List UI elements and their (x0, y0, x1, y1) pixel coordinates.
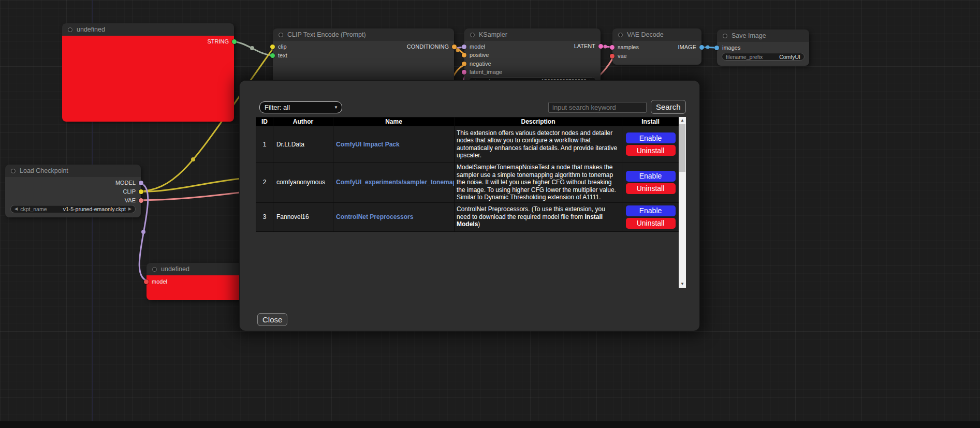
enable-button[interactable]: Enable (626, 132, 676, 143)
filter-select[interactable]: Filter: all (259, 101, 342, 113)
port-dot-icon[interactable] (462, 53, 466, 57)
custom-nodes-manager-dialog: Filter: all ▼ Search ID Author Name Desc… (239, 80, 700, 331)
scrollbar-down-icon[interactable]: ▼ (679, 281, 686, 288)
port-dot-icon[interactable] (462, 62, 466, 66)
port-dot-icon[interactable] (270, 45, 275, 49)
port-label: VAE (125, 197, 136, 203)
decrement-arrow-icon[interactable]: ◀ (14, 207, 18, 211)
table-scrollbar[interactable]: ▲ ▼ (679, 117, 686, 288)
header-name: Name (333, 117, 455, 126)
port-label: model (470, 43, 485, 50)
collapse-dot-icon[interactable] (68, 27, 72, 32)
extension-link[interactable]: ComfyUI Impact Pack (336, 141, 400, 148)
collapse-dot-icon[interactable] (152, 267, 157, 272)
node-vae-decode[interactable]: VAE Decode samples vae IMAGE (612, 28, 701, 65)
cell-description: ModelSamplerTonemapNoiseTest a node that… (455, 163, 622, 203)
node-ksampler[interactable]: KSampler model positive negative latent_… (464, 28, 601, 88)
port-dot-icon[interactable] (270, 53, 275, 58)
collapse-dot-icon[interactable] (470, 33, 475, 37)
uninstall-button[interactable]: Uninstall (626, 183, 676, 194)
collapse-dot-icon[interactable] (11, 169, 16, 173)
port-dot-icon[interactable] (598, 44, 603, 49)
input-port-latent-image[interactable]: latent_image (462, 68, 502, 76)
output-port-conditioning[interactable]: CONDITIONING (407, 43, 457, 50)
node-save-image[interactable]: Save Image images filename_prefix ComfyU… (717, 29, 809, 66)
node-title: KSampler (479, 31, 507, 38)
port-dot-icon[interactable] (139, 181, 143, 185)
node-clip-text-encode[interactable]: CLIP Text Encode (Prompt) clip text COND… (273, 28, 454, 85)
input-port-model[interactable]: model (144, 278, 167, 285)
port-label: vae (618, 53, 627, 59)
extension-link[interactable]: ControlNet Preprocessors (336, 213, 413, 220)
uninstall-button[interactable]: Uninstall (626, 218, 676, 229)
port-dot-icon[interactable] (699, 45, 704, 50)
ckpt-name-widget[interactable]: ◀ ckpt_name v1-5-pruned-emaonly.ckpt ▶ (10, 205, 136, 213)
port-dot-icon[interactable] (452, 45, 457, 49)
cell-name: ComfyUI Impact Pack (333, 126, 455, 163)
port-dot-icon[interactable] (462, 70, 466, 75)
output-port-model[interactable]: MODEL (115, 179, 143, 186)
port-label: samples (618, 44, 639, 50)
input-port-model[interactable]: model (462, 43, 485, 50)
description-text: ControlNet Preprocessors. (To use this e… (457, 205, 605, 220)
port-dot-icon[interactable] (462, 45, 466, 49)
port-dot-icon[interactable] (144, 279, 149, 284)
enable-button[interactable]: Enable (626, 171, 676, 182)
input-port-samples[interactable]: samples (610, 43, 639, 51)
input-port-negative[interactable]: negative (462, 60, 491, 67)
output-port-clip[interactable]: CLIP (123, 188, 143, 195)
input-port-vae[interactable]: vae (610, 52, 627, 60)
node-load-checkpoint[interactable]: Load Checkpoint MODEL CLIP VAE ◀ ckpt_na… (5, 165, 141, 217)
input-port-positive[interactable]: positive (462, 51, 489, 58)
port-dot-icon[interactable] (714, 46, 719, 50)
node-title-bar[interactable]: undefined (62, 23, 234, 36)
table-row: 2 comfyanonymous ComfyUI_experiments/sam… (256, 163, 679, 203)
node-title: undefined (161, 265, 189, 273)
input-port-text[interactable]: text (270, 52, 287, 59)
port-dot-icon[interactable] (232, 39, 237, 44)
node-title-bar[interactable]: CLIP Text Encode (Prompt) (273, 28, 454, 41)
enable-button[interactable]: Enable (626, 205, 676, 216)
node-title-bar[interactable]: Save Image (717, 29, 809, 42)
port-dot-icon[interactable] (139, 198, 143, 203)
increment-arrow-icon[interactable]: ▶ (128, 207, 131, 211)
port-label: images (722, 45, 740, 51)
uninstall-button[interactable]: Uninstall (626, 145, 676, 156)
port-dot-icon[interactable] (610, 54, 615, 58)
port-label: text (278, 52, 287, 58)
collapse-dot-icon[interactable] (618, 33, 623, 37)
input-port-clip[interactable]: clip (270, 43, 287, 50)
wire-midpoint-dot (141, 230, 145, 234)
output-port-latent[interactable]: LATENT (574, 42, 603, 50)
port-dot-icon[interactable] (610, 45, 615, 50)
cell-description: This extension offers various detector n… (455, 126, 622, 163)
port-dot-icon[interactable] (139, 189, 143, 194)
output-port-vae[interactable]: VAE (125, 197, 143, 204)
node-title: Save Image (732, 32, 766, 39)
port-label: positive (470, 52, 489, 58)
extensions-table: ID Author Name Description Install 1 Dr.… (256, 117, 679, 232)
search-button[interactable]: Search (651, 100, 686, 114)
extension-link[interactable]: ComfyUI_experiments/sampler_tonemap (336, 179, 455, 186)
node-title-bar[interactable]: Load Checkpoint (5, 165, 141, 177)
cell-author: Dr.Lt.Data (273, 126, 333, 163)
close-button[interactable]: Close (257, 313, 287, 326)
header-author: Author (273, 117, 333, 126)
cell-name: ComfyUI_experiments/sampler_tonemap (333, 163, 455, 203)
node-title-bar[interactable]: KSampler (464, 28, 601, 41)
table-header-row: ID Author Name Description Install (256, 117, 679, 126)
search-input[interactable] (548, 102, 647, 113)
node-title-bar[interactable]: VAE Decode (612, 28, 701, 41)
wire-midpoint-dot (250, 46, 254, 50)
filename-prefix-widget[interactable]: filename_prefix ComfyUI (722, 53, 805, 61)
cell-author: Fannovel16 (273, 202, 333, 231)
output-port-string[interactable]: STRING (207, 38, 237, 45)
node-undefined-top[interactable]: undefined STRING (62, 23, 234, 122)
collapse-dot-icon[interactable] (279, 33, 283, 37)
scrollbar-up-icon[interactable]: ▲ (679, 117, 686, 124)
collapse-dot-icon[interactable] (723, 34, 727, 38)
header-install: Install (622, 117, 679, 126)
output-port-image[interactable]: IMAGE (678, 43, 704, 51)
scrollbar-thumb[interactable] (679, 124, 685, 172)
input-port-images[interactable]: images (714, 44, 740, 51)
